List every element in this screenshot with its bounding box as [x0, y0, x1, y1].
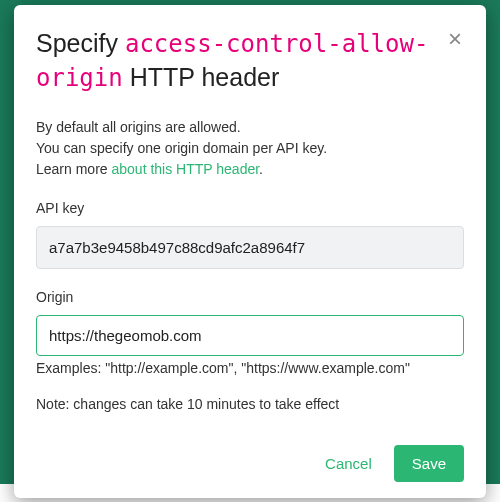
learn-more-prefix: Learn more — [36, 161, 111, 177]
close-icon: × — [448, 25, 462, 52]
title-suffix: HTTP header — [130, 63, 280, 91]
modal-header: × Specify access-control-allow-origin HT… — [36, 27, 464, 95]
api-key-label: API key — [36, 200, 464, 216]
close-button[interactable]: × — [442, 25, 468, 53]
description-line-1: By default all origins are allowed. — [36, 117, 464, 138]
origin-examples: Examples: "http://example.com", "https:/… — [36, 360, 464, 376]
learn-more-link[interactable]: about this HTTP header — [111, 161, 259, 177]
api-key-value: a7a7b3e9458b497c88cd9afc2a8964f7 — [36, 226, 464, 269]
origin-label: Origin — [36, 289, 464, 305]
modal-dialog: × Specify access-control-allow-origin HT… — [14, 5, 486, 498]
save-button[interactable]: Save — [394, 445, 464, 482]
cancel-button[interactable]: Cancel — [319, 447, 378, 480]
description-block: By default all origins are allowed. You … — [36, 117, 464, 180]
title-prefix: Specify — [36, 29, 118, 57]
note-text: Note: changes can take 10 minutes to tak… — [36, 396, 464, 412]
description-line-2: You can specify one origin domain per AP… — [36, 138, 464, 159]
learn-more-suffix: . — [259, 161, 263, 177]
modal-footer: Cancel Save — [36, 427, 464, 482]
description-line-3: Learn more about this HTTP header. — [36, 159, 464, 180]
origin-input[interactable] — [36, 315, 464, 356]
modal-title: Specify access-control-allow-origin HTTP… — [36, 27, 444, 95]
